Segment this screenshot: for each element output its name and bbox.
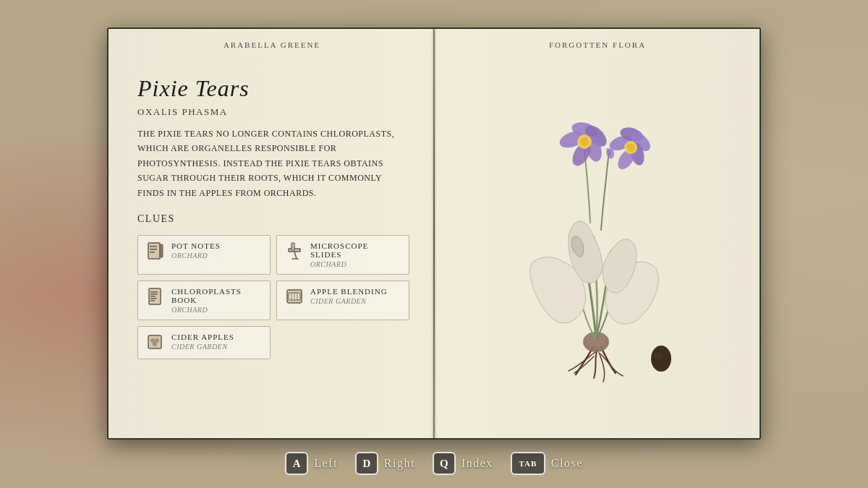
- apple-blending-icon: [284, 287, 305, 307]
- svg-point-21: [150, 338, 155, 343]
- svg-point-32: [580, 137, 589, 146]
- plant-description: The Pixie Tears no longer contains chlor…: [137, 127, 409, 200]
- apple-blending-name: Apple Blending: [310, 287, 388, 296]
- control-left: A Left: [285, 452, 338, 475]
- chloroplasts-book-location: Orchard: [171, 306, 263, 314]
- chloroplasts-book-name: Chloroplasts Book: [171, 287, 263, 304]
- plant-subtitle: Oxalis phasma: [137, 106, 409, 118]
- controls-bar: A Left D Right Q Index TAB Close: [0, 452, 868, 475]
- control-index: Q Index: [433, 452, 493, 475]
- key-tab[interactable]: TAB: [511, 452, 545, 475]
- pot-notes-icon: [145, 241, 166, 262]
- svg-point-39: [627, 144, 635, 152]
- microscope-slides-text: Microscope Slides Orchard: [310, 241, 401, 268]
- clues-grid: Pot Notes Orchard Microscope Slides Or: [137, 235, 409, 359]
- key-a[interactable]: A: [285, 452, 308, 475]
- control-right: D Right: [355, 452, 415, 475]
- pot-notes-text: Pot Notes Orchard: [171, 241, 221, 260]
- microscope-slides-name: Microscope Slides: [310, 241, 401, 259]
- label-close: Close: [551, 457, 583, 470]
- svg-rect-11: [150, 294, 158, 295]
- label-left: Left: [314, 457, 338, 470]
- clue-pot-notes[interactable]: Pot Notes Orchard: [137, 235, 271, 275]
- microscope-slides-location: Orchard: [310, 260, 401, 268]
- svg-line-7: [294, 252, 297, 259]
- cider-apples-name: Cider Apples: [171, 333, 234, 341]
- svg-point-40: [651, 346, 671, 372]
- key-q[interactable]: Q: [433, 452, 456, 475]
- svg-rect-1: [150, 246, 157, 247]
- svg-rect-4: [160, 244, 163, 257]
- apple-blending-text: Apple Blending Cider Garden: [310, 287, 388, 305]
- apple-blending-location: Cider Garden: [310, 297, 388, 305]
- right-page-header: Forgotten Flora: [435, 40, 760, 49]
- svg-rect-0: [148, 243, 160, 259]
- chloroplasts-book-icon: [145, 287, 166, 307]
- cider-apples-icon: [145, 333, 166, 353]
- control-close: TAB Close: [511, 452, 583, 475]
- label-right: Right: [384, 457, 415, 470]
- clue-microscope-slides[interactable]: Microscope Slides Orchard: [276, 235, 409, 275]
- svg-rect-2: [150, 249, 157, 250]
- left-page-header: Arabella Greene: [109, 40, 435, 49]
- right-page: Forgotten Flora: [435, 29, 760, 438]
- left-page: Arabella Greene Pixie Tears Oxalis phasm…: [109, 29, 435, 438]
- svg-point-23: [153, 342, 157, 346]
- key-d[interactable]: D: [355, 452, 378, 475]
- chloroplasts-book-text: Chloroplasts Book Orchard: [171, 287, 263, 314]
- pot-notes-name: Pot Notes: [171, 241, 221, 250]
- book: Arabella Greene Pixie Tears Oxalis phasm…: [107, 27, 761, 440]
- svg-rect-6: [292, 243, 294, 250]
- svg-rect-14: [150, 300, 155, 301]
- svg-rect-13: [150, 298, 157, 299]
- pot-notes-location: Orchard: [171, 252, 221, 260]
- svg-point-22: [155, 338, 159, 343]
- svg-rect-12: [150, 296, 156, 297]
- clue-chloroplasts-book[interactable]: Chloroplasts Book Orchard: [137, 281, 271, 320]
- clue-apple-blending[interactable]: Apple Blending Cider Garden: [276, 281, 409, 320]
- svg-rect-10: [150, 291, 158, 293]
- cider-apples-location: Cider Garden: [171, 343, 234, 351]
- microscope-slides-icon: [284, 241, 305, 262]
- label-index: Index: [461, 457, 493, 470]
- svg-rect-3: [150, 252, 155, 253]
- clues-label: Clues: [137, 213, 409, 225]
- cider-apples-text: Cider Apples Cider Garden: [171, 333, 234, 351]
- svg-point-41: [654, 352, 663, 359]
- flower-illustration: [482, 78, 713, 389]
- plant-title: Pixie Tears: [137, 75, 409, 102]
- clue-cider-apples[interactable]: Cider Apples Cider Garden: [137, 326, 271, 359]
